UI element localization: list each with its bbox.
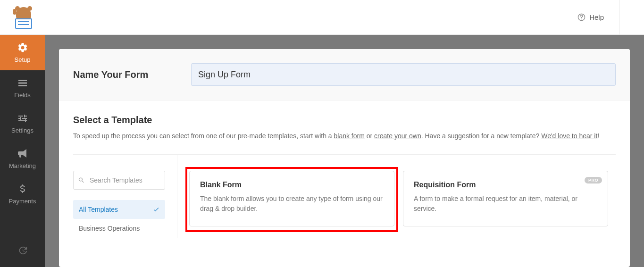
sliders-icon bbox=[17, 113, 28, 124]
search-templates-wrap bbox=[73, 171, 165, 190]
sidebar: Setup Fields Settings Marketing Payments bbox=[0, 35, 45, 267]
template-card-blank-form[interactable]: Blank Form The blank form allows you to … bbox=[189, 171, 394, 226]
name-label: Name Your Form bbox=[73, 69, 167, 80]
sidebar-label: Settings bbox=[11, 127, 33, 134]
template-left-panel: All Templates Business Operations bbox=[73, 155, 165, 238]
template-card-wrap: PRO Requisition Form A form to make a fo… bbox=[403, 171, 608, 228]
name-section: Name Your Form bbox=[59, 49, 630, 100]
template-cards: Blank Form The blank form allows you to … bbox=[177, 155, 616, 238]
blank-form-link[interactable]: blank form bbox=[334, 132, 365, 140]
history-icon bbox=[17, 245, 28, 256]
sidebar-item-fields[interactable]: Fields bbox=[0, 70, 45, 106]
sidebar-item-settings[interactable]: Settings bbox=[0, 106, 45, 141]
sidebar-label: Marketing bbox=[9, 162, 36, 169]
help-label: Help bbox=[589, 13, 604, 21]
check-icon bbox=[153, 206, 159, 213]
gear-icon bbox=[17, 42, 28, 53]
template-title: Select a Template bbox=[73, 115, 616, 125]
create-own-link[interactable]: create your own bbox=[374, 132, 421, 140]
sidebar-history-button[interactable] bbox=[0, 239, 45, 262]
list-icon bbox=[17, 77, 28, 89]
content-inner: Name Your Form Select a Template To spee… bbox=[59, 49, 630, 267]
template-section: Select a Template To speed up the proces… bbox=[59, 100, 630, 252]
logo-wrap bbox=[5, 6, 42, 29]
template-card-desc: A form to make a formal request for an i… bbox=[414, 194, 597, 214]
feedback-link[interactable]: We'd love to hear it bbox=[541, 132, 597, 140]
help-link[interactable]: Help bbox=[577, 13, 604, 21]
template-card-requisition-form[interactable]: PRO Requisition Form A form to make a fo… bbox=[403, 171, 608, 226]
sidebar-label: Fields bbox=[14, 92, 31, 99]
category-label: Business Operations bbox=[79, 225, 140, 232]
pro-badge: PRO bbox=[585, 177, 602, 184]
svg-point-1 bbox=[581, 19, 582, 19]
sidebar-label: Payments bbox=[9, 198, 36, 205]
close-button[interactable] bbox=[619, 0, 635, 35]
category-all-templates[interactable]: All Templates bbox=[73, 200, 165, 219]
sidebar-label: Setup bbox=[15, 56, 31, 63]
help-icon bbox=[577, 13, 585, 21]
template-card-desc: The blank form allows you to create any … bbox=[200, 194, 384, 214]
content-outer: Name Your Form Select a Template To spee… bbox=[45, 35, 644, 267]
search-icon bbox=[78, 177, 85, 184]
template-card-title: Requisition Form bbox=[414, 181, 597, 189]
sidebar-item-marketing[interactable]: Marketing bbox=[0, 141, 45, 176]
bullhorn-icon bbox=[17, 148, 28, 159]
dollar-icon bbox=[17, 184, 28, 195]
template-card-title: Blank Form bbox=[200, 181, 384, 189]
template-card-wrap: Blank Form The blank form allows you to … bbox=[189, 171, 394, 228]
sidebar-item-setup[interactable]: Setup bbox=[0, 35, 45, 70]
category-business-operations[interactable]: Business Operations bbox=[73, 219, 165, 238]
template-desc: To speed up the process you can select f… bbox=[73, 131, 616, 141]
top-bar: Help bbox=[0, 0, 644, 35]
sidebar-item-payments[interactable]: Payments bbox=[0, 176, 45, 212]
form-name-input[interactable] bbox=[191, 63, 616, 86]
app-logo[interactable] bbox=[12, 6, 35, 29]
category-label: All Templates bbox=[79, 206, 118, 213]
search-templates-input[interactable] bbox=[73, 171, 165, 190]
